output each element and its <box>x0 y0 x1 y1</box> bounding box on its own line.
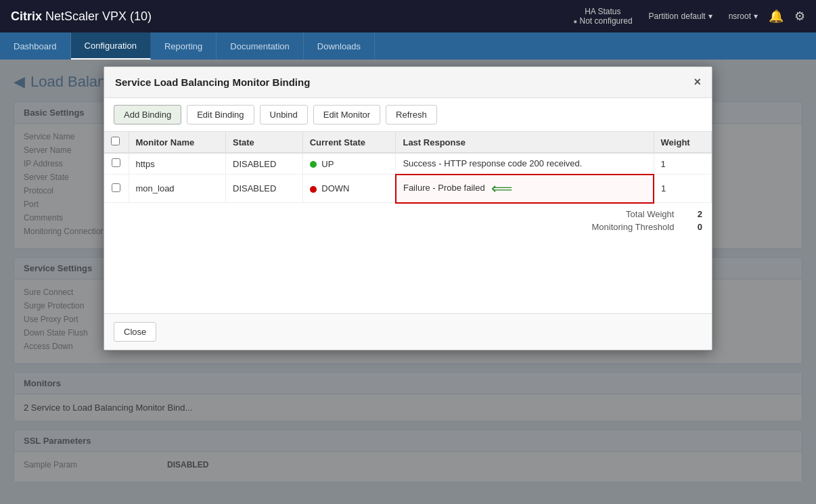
table-header-row: Monitor Name State Current State Last Re… <box>104 132 712 153</box>
col-monitor-name: Monitor Name <box>129 132 226 153</box>
notifications-icon[interactable]: 🔔 <box>769 9 784 24</box>
row2-checkbox[interactable] <box>112 183 120 192</box>
ha-status: HA Status ● Not configured <box>573 7 632 26</box>
row2-checkbox-cell <box>104 175 129 203</box>
row1-current-state: UP <box>302 153 396 175</box>
row1-checkbox[interactable] <box>112 158 120 167</box>
modal-footer: Close <box>104 313 712 350</box>
user-chevron-icon: ▾ <box>754 12 758 21</box>
settings-icon[interactable]: ⚙ <box>794 9 805 24</box>
row2-state: DISABLED <box>226 175 303 203</box>
user-selector[interactable]: nsroot ▾ <box>729 12 758 21</box>
row2-last-response-text: Failure - Probe failed <box>403 183 485 193</box>
row1-checkbox-cell <box>104 153 129 175</box>
select-all-checkbox[interactable] <box>111 137 120 145</box>
partition-label: Partition <box>649 12 679 21</box>
total-weight-value: 2 <box>682 209 702 219</box>
col-last-response: Last Response <box>396 132 654 153</box>
col-current-state: Current State <box>302 132 396 153</box>
tab-downloads[interactable]: Downloads <box>304 32 375 60</box>
total-weight-row: Total Weight 2 <box>114 209 702 219</box>
summary-section: Total Weight 2 Monitoring Threshold 0 <box>104 204 712 240</box>
modal-title: Service Load Balancing Monitor Binding <box>115 76 310 88</box>
row2-status-dot <box>310 186 317 193</box>
modal-header: Service Load Balancing Monitor Binding × <box>104 67 712 98</box>
row1-monitor-name: https <box>129 153 226 175</box>
add-binding-button[interactable]: Add Binding <box>114 105 181 124</box>
ha-status-label: HA Status <box>573 7 632 16</box>
row1-current-state-text: UP <box>321 159 334 169</box>
close-button[interactable]: Close <box>114 322 156 342</box>
bindings-table: Monitor Name State Current State Last Re… <box>104 132 712 204</box>
monitoring-threshold-label: Monitoring Threshold <box>591 222 674 232</box>
row2-weight: 1 <box>654 175 711 203</box>
row1-last-response: Success - HTTP response code 200 receive… <box>396 153 654 175</box>
table-row: https DISABLED UP Success - HTTP respons… <box>104 153 712 175</box>
top-bar: Citrix NetScaler VPX (10) HA Status ● No… <box>0 0 816 32</box>
monitor-binding-modal: Service Load Balancing Monitor Binding ×… <box>104 66 712 350</box>
row2-last-response: Failure - Probe failed ⟸ <box>396 175 654 203</box>
monitoring-threshold-value: 0 <box>682 222 702 232</box>
modal-close-button[interactable]: × <box>694 75 701 89</box>
tab-documentation[interactable]: Documentation <box>217 32 303 60</box>
row1-status-dot <box>310 161 317 168</box>
col-state: State <box>226 132 303 153</box>
ha-status-value: Not configured <box>580 16 633 26</box>
row2-current-state: DOWN <box>302 175 396 203</box>
col-checkbox <box>104 132 129 153</box>
tab-configuration[interactable]: Configuration <box>71 32 151 60</box>
user-label: nsroot <box>729 12 751 21</box>
partition-chevron-icon: ▾ <box>708 12 712 21</box>
partition-value: default <box>681 12 706 21</box>
edit-binding-button[interactable]: Edit Binding <box>187 105 254 124</box>
row1-weight: 1 <box>654 153 711 175</box>
page-background: ◀ Load Balancing Service Basic Settings … <box>0 60 816 504</box>
total-weight-label: Total Weight <box>626 209 674 219</box>
unbind-button[interactable]: Unbind <box>260 105 308 124</box>
tab-dashboard[interactable]: Dashboard <box>0 32 71 60</box>
row1-state: DISABLED <box>226 153 303 175</box>
row2-current-state-text: DOWN <box>321 183 349 193</box>
brand: Citrix NetScaler VPX (10) <box>11 9 152 24</box>
ha-status-dot: ● <box>573 18 577 25</box>
annotation-arrow-icon: ⟸ <box>491 180 513 198</box>
modal-body: Add Binding Edit Binding Unbind Edit Mon… <box>104 98 712 313</box>
edit-monitor-button[interactable]: Edit Monitor <box>313 105 380 124</box>
nav-tabs: Dashboard Configuration Reporting Docume… <box>0 32 816 60</box>
modal-overlay: Service Load Balancing Monitor Binding ×… <box>0 60 816 504</box>
row2-monitor-name: mon_load <box>129 175 226 203</box>
monitoring-threshold-row: Monitoring Threshold 0 <box>114 222 702 232</box>
refresh-button[interactable]: Refresh <box>386 105 437 124</box>
tab-reporting[interactable]: Reporting <box>151 32 217 60</box>
col-weight: Weight <box>654 132 711 153</box>
table-row: mon_load DISABLED DOWN Failure - Probe f… <box>104 175 712 203</box>
partition-selector[interactable]: Partition default ▾ <box>649 12 712 21</box>
modal-toolbar: Add Binding Edit Binding Unbind Edit Mon… <box>104 98 712 132</box>
